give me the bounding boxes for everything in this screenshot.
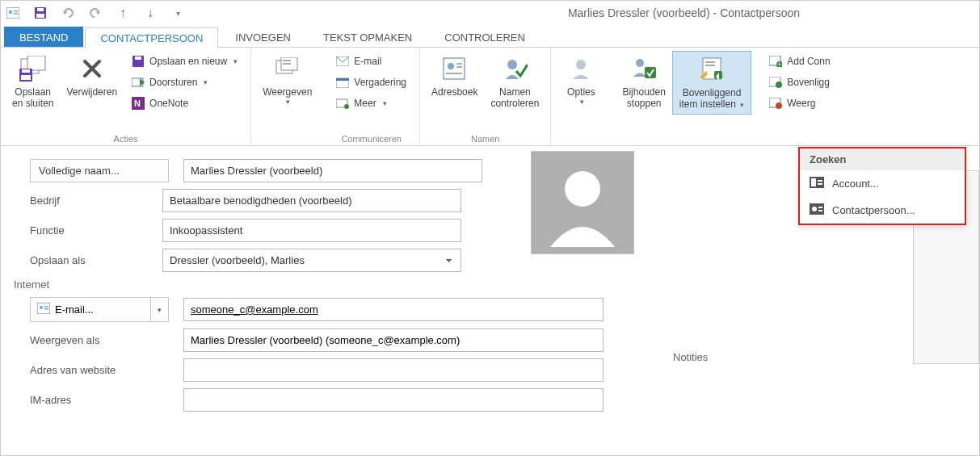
- group-options-label: [556, 142, 606, 144]
- svg-point-1: [9, 10, 12, 14]
- show-icon: [273, 54, 302, 83]
- show-button[interactable]: Weergeven ▾: [256, 51, 318, 110]
- jobtitle-input[interactable]: [162, 219, 461, 242]
- undo-icon[interactable]: [61, 6, 75, 20]
- svg-rect-58: [818, 210, 822, 211]
- fullname-input[interactable]: [183, 159, 482, 182]
- forward-icon: [132, 76, 145, 89]
- forward-button[interactable]: Doorsturen▾: [127, 73, 242, 91]
- svg-rect-23: [336, 78, 349, 81]
- addressbook-icon: [440, 54, 469, 83]
- popup-account-label: Account...: [832, 178, 879, 190]
- email-selector-label: E-mail...: [55, 303, 94, 316]
- show2-button[interactable]: Weerg: [764, 94, 835, 112]
- email-input[interactable]: [183, 298, 604, 321]
- delete-label: Verwijderen: [66, 86, 117, 98]
- parent2-button[interactable]: Bovenligg: [764, 73, 835, 91]
- dropdown-icon: ▾: [580, 98, 584, 107]
- fileas-label: Opslaan als: [9, 254, 162, 266]
- svg-text:N: N: [134, 98, 141, 108]
- tab-file[interactable]: BESTAND: [4, 27, 83, 47]
- email-button[interactable]: E-mail: [331, 52, 411, 70]
- group-communicate-label: Communiceren: [328, 132, 414, 144]
- group-track: Bijhouden stoppen Bovenliggend item inst…: [611, 48, 756, 145]
- displayas-input[interactable]: [183, 328, 604, 352]
- contact-card-icon[interactable]: [6, 6, 20, 20]
- options-icon: [566, 54, 595, 83]
- save-new-icon: [132, 55, 145, 68]
- popup-item-contact[interactable]: Contactpersoon...: [800, 197, 965, 224]
- group-names-label: Namen: [425, 132, 545, 144]
- tab-review[interactable]: CONTROLEREN: [429, 27, 540, 47]
- popup-contact-label: Contactpersoon...: [832, 204, 915, 216]
- add-connection-button[interactable]: + Add Conn: [764, 52, 835, 70]
- qat-customize-icon[interactable]: ▾: [170, 6, 185, 20]
- more-button[interactable]: Meer▾: [331, 94, 411, 112]
- meeting-button[interactable]: Vergadering: [331, 73, 411, 91]
- tab-format-text[interactable]: TEKST OPMAKEN: [308, 27, 427, 47]
- group-actions: Opslaan en sluiten Verwijderen Opslaan e…: [1, 48, 251, 145]
- check-names-button[interactable]: Namen controleren: [484, 51, 545, 113]
- svg-point-45: [776, 102, 782, 109]
- show-label: Weergeven: [263, 86, 312, 98]
- meeting-icon: [336, 76, 349, 89]
- options-button[interactable]: Opties▾: [556, 51, 606, 110]
- svg-rect-8: [27, 56, 45, 70]
- options-label: Opties: [567, 86, 595, 98]
- parent2-label: Bovenligg: [787, 77, 830, 88]
- company-input[interactable]: [162, 189, 461, 212]
- stop-tracking-button[interactable]: Bijhouden stoppen: [616, 51, 671, 113]
- svg-rect-13: [135, 56, 141, 60]
- ribbon-tabs: BESTAND CONTACTPERSOON INVOEGEN TEKST OP…: [1, 25, 979, 48]
- more-icon: [336, 97, 349, 110]
- save-icon[interactable]: [33, 6, 48, 20]
- svg-rect-3: [14, 13, 18, 15]
- svg-rect-19: [283, 60, 291, 61]
- displayas-label: Weergeven als: [9, 334, 183, 346]
- svg-rect-29: [456, 66, 462, 68]
- stop-tracking-label1: Bijhouden: [622, 86, 665, 98]
- email-selector-button[interactable]: E-mail...: [30, 297, 151, 322]
- fileas-select[interactable]: [162, 249, 461, 272]
- ribbon: Opslaan en sluiten Verwijderen Opslaan e…: [1, 48, 979, 146]
- forward-label: Doorsturen: [149, 77, 197, 88]
- set-parent-button[interactable]: Bovenliggend item instellen ▾: [672, 51, 751, 115]
- check-names-label2: controleren: [490, 98, 539, 109]
- website-input[interactable]: [183, 358, 604, 382]
- tab-insert[interactable]: INVOEGEN: [220, 27, 306, 47]
- stop-tracking-icon: [629, 54, 658, 83]
- popup-header: Zoeken: [800, 149, 965, 170]
- onenote-button[interactable]: N OneNote: [127, 94, 242, 112]
- show2-label: Weerg: [787, 98, 815, 109]
- popup-item-account[interactable]: Account...: [800, 170, 965, 197]
- redo-icon[interactable]: [88, 6, 103, 20]
- svg-rect-28: [456, 63, 462, 65]
- arrow-up-icon[interactable]: ↑: [116, 6, 130, 20]
- notes-label: Notities: [673, 351, 708, 363]
- email-selector-dropdown[interactable]: ▾: [151, 297, 169, 322]
- set-parent-label1: Bovenliggend: [683, 87, 742, 98]
- onenote-label: OneNote: [149, 98, 188, 109]
- svg-rect-11: [21, 75, 31, 80]
- save-close-button[interactable]: Opslaan en sluiten: [6, 51, 60, 113]
- im-input[interactable]: [183, 388, 604, 412]
- svg-point-31: [507, 60, 517, 69]
- group-communicate: E-mail Vergadering Meer▾ Communiceren: [323, 48, 420, 145]
- svg-rect-30: [446, 73, 462, 74]
- arrow-down-icon[interactable]: ↓: [143, 6, 158, 20]
- addressbook-button[interactable]: Adresboek: [425, 51, 484, 101]
- svg-point-33: [636, 59, 644, 67]
- stop-tracking-label2: stoppen: [627, 98, 662, 109]
- dropdown-icon: ▾: [204, 78, 208, 86]
- svg-point-43: [776, 82, 782, 88]
- internet-header: Internet: [14, 278, 971, 291]
- add-connection-icon: +: [769, 55, 782, 68]
- contact-photo[interactable]: [531, 151, 634, 254]
- delete-button[interactable]: Verwijderen: [60, 51, 124, 101]
- svg-point-46: [565, 171, 600, 207]
- group-show-label: [256, 142, 318, 144]
- save-new-button[interactable]: Opslaan en nieuw▾: [127, 52, 242, 70]
- tab-contact[interactable]: CONTACTPERSOON: [85, 27, 218, 48]
- dropdown-icon: ▾: [286, 98, 290, 107]
- fullname-button[interactable]: Volledige naam...: [30, 159, 169, 182]
